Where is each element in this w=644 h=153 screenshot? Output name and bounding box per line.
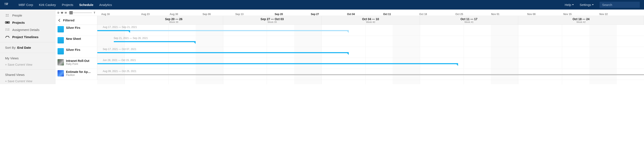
save-current-view[interactable]: + Save Current View [0,62,55,68]
project-title: New Sheet [66,37,81,41]
timeline-bar[interactable] [130,30,349,31]
row-label-cell[interactable]: Silver Firs [56,47,97,58]
chevron-left-icon [58,19,61,22]
timeline-row[interactable]: Intranet Roll-OutRally PointJun 28, 2021… [56,58,644,69]
nav-org[interactable]: MBF Corp [18,3,33,7]
date-tick[interactable]: Oct 04 [347,13,355,16]
svg-rect-2 [6,4,8,5]
zoom-w[interactable]: W [61,12,63,14]
project-title: Estimate for Ap… [66,70,91,74]
timeline-bar[interactable] [97,52,349,53]
week-cell[interactable]: Oct 11 — 17Week 41 [420,16,518,25]
week-cell[interactable]: Oct 18 — 24Week 42 [518,16,644,25]
week-header: Filtered Sep 20 — 26Week 38Sep 27 — Oct … [56,16,644,25]
date-tick[interactable]: Sep 06 [202,13,211,16]
week-title: Oct 18 — 24 [572,17,590,21]
date-tick[interactable]: Sep 20 [275,13,283,16]
app-logo-icon[interactable] [4,2,8,8]
sidebar-item-assignment[interactable]: Assignment Details [0,26,55,33]
nav-help-label: Help [565,3,571,7]
project-thumbnail [58,59,64,65]
date-tick[interactable]: Nov 22 [599,13,608,16]
nav-analytics[interactable]: Analytics [99,3,112,7]
sidebar-label: Assignment Details [12,28,39,32]
nav-user[interactable]: Kirk Caskey [39,3,56,7]
zoom-control[interactable]: DWMT [56,12,97,14]
timeline-row[interactable]: Estimate for Ap…PavilionAug 09, 2021 — O… [56,69,644,80]
week-subtitle: Week 40 [366,21,375,23]
project-title: Intranet Roll-Out [66,59,89,63]
svg-point-5 [8,14,9,15]
bar-area[interactable]: Sep 17, 2021 — Oct 07, 2021 [97,47,644,58]
zoom-row: DWMT Aug 16Aug 23Aug 30Sep 06Sep 13Sep 2… [56,10,644,16]
svg-point-4 [6,14,7,15]
timeline-panel: DWMT Aug 16Aug 23Aug 30Sep 06Sep 13Sep 2… [56,10,644,84]
timeline-bar[interactable] [114,41,196,42]
timeline-row[interactable]: Silver FirsAug 17, 2021 — Sep 21, 2021 [56,25,644,36]
date-tick[interactable]: Aug 23 [141,13,150,16]
bar-end-marker-icon [347,31,349,33]
date-range-label: Jun 28, 2021 — Oct 15, 2021 [103,59,136,62]
sidebar-item-timelines[interactable]: Project Timelines [0,33,55,41]
bar-area[interactable]: Aug 09, 2021 — Oct 25, 2021 [97,69,644,80]
zoom-d[interactable]: D [58,12,59,14]
nav-settings[interactable]: Settings [580,3,594,7]
project-client: Pavilion [66,74,91,77]
search-input[interactable] [600,2,640,8]
date-tick[interactable]: Aug 30 [170,13,178,16]
sidebar-label: People [12,14,22,17]
timeline-bar[interactable] [97,74,644,75]
svg-rect-3 [6,3,8,4]
nav-projects[interactable]: Projects [62,3,73,7]
svg-rect-9 [8,29,10,29]
week-cell[interactable]: Oct 04 — 10Week 40 [322,16,420,25]
bar-area[interactable]: Jun 28, 2021 — Oct 15, 2021 [97,58,644,69]
zoom-slider-thumb[interactable] [69,11,73,15]
timeline-grid[interactable]: Silver FirsAug 17, 2021 — Sep 21, 2021Ne… [56,25,644,84]
row-label-cell[interactable]: New Sheet [56,36,97,47]
date-tick[interactable]: Oct 11 [383,13,391,16]
zoom-t[interactable]: T [94,12,95,14]
top-nav: MBF Corp Kirk Caskey Projects Schedule A… [0,0,644,10]
date-tick[interactable]: Nov 01 [491,13,499,16]
zoom-slider[interactable] [68,12,92,13]
project-thumbnail [58,70,64,77]
row-label-cell[interactable]: Intranet Roll-OutRally Point [56,58,97,69]
nav-schedule[interactable]: Schedule [79,3,94,7]
week-cell[interactable]: Sep 27 — Oct 03Week 39 [223,16,322,25]
nav-help[interactable]: Help [565,3,574,7]
project-thumbnail [58,48,64,54]
date-tick[interactable]: Nov 08 [527,13,536,16]
date-range-label: Sep 17, 2021 — Oct 07, 2021 [103,48,136,51]
svg-rect-7 [6,22,9,23]
date-tick[interactable]: Oct 18 [419,13,427,16]
week-title: Oct 11 — 17 [460,17,477,21]
bar-end-marker-icon [194,42,196,44]
week-cell[interactable]: Sep 20 — 26Week 38 [124,16,223,25]
projects-icon [5,21,10,24]
date-tick[interactable]: Nov 15 [563,13,572,16]
timeline-row[interactable]: Silver FirsSep 17, 2021 — Oct 07, 2021 [56,47,644,58]
timeline-row[interactable]: New SheetSep 21, 2021 — Sep 26, 2021 [56,36,644,47]
bar-area[interactable]: Sep 21, 2021 — Sep 26, 2021 [97,36,644,47]
back-filtered[interactable]: Filtered [56,16,97,25]
timeline-bar[interactable] [97,63,458,64]
week-title: Sep 20 — 26 [165,17,182,21]
date-tick[interactable]: Sep 13 [236,13,244,16]
save-current-view-shared[interactable]: + Save Current View [0,78,55,84]
project-title: Silver Firs [66,48,80,52]
zoom-m[interactable]: M [65,12,66,14]
project-thumbnail [58,26,64,32]
bar-area[interactable]: Aug 17, 2021 — Sep 21, 2021 [97,25,644,36]
row-label-cell[interactable]: Silver Firs [56,25,97,36]
timeline-bar[interactable] [97,30,130,31]
row-label-cell[interactable]: Estimate for Ap…Pavilion [56,69,97,80]
sidebar-item-projects[interactable]: Projects [0,19,55,26]
sort-by[interactable]: Sort By: End Date [0,44,55,51]
sort-label: Sort By: [5,46,17,49]
date-tick[interactable]: Sep 27 [311,13,319,16]
date-tick[interactable]: Aug 16 [101,13,110,16]
date-tick[interactable]: Oct 25 [455,13,463,16]
sidebar-item-people[interactable]: People [0,12,55,19]
week-subtitle: Week 41 [464,21,474,23]
